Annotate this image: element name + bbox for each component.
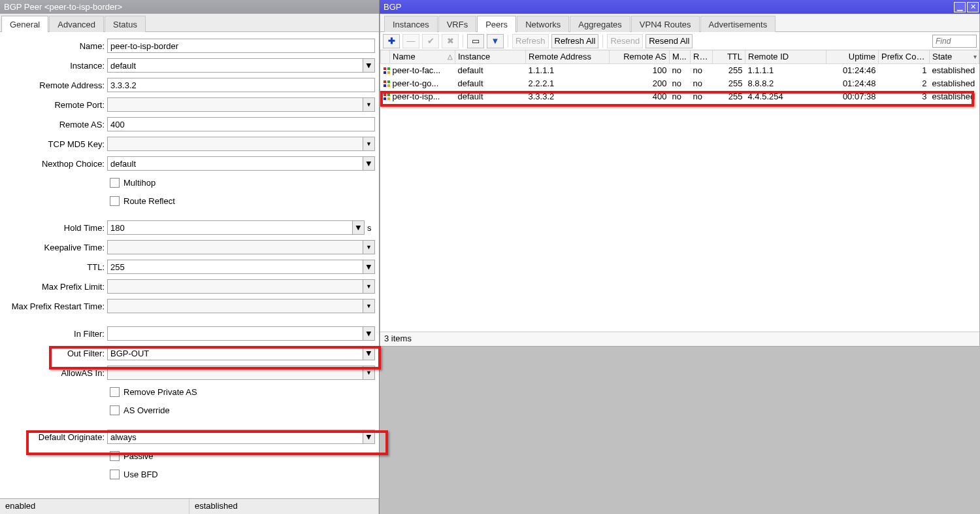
remote-port-input[interactable] — [107, 97, 363, 112]
tab-instances[interactable]: Instances — [384, 16, 438, 32]
instance-dropdown-icon[interactable] — [363, 58, 375, 73]
peer-icon — [384, 94, 390, 100]
max-prefix-restart-dropdown-icon[interactable] — [363, 299, 375, 313]
find-input[interactable] — [932, 35, 977, 48]
ttl-label: TTL: — [4, 262, 107, 272]
passive-label: Passive — [123, 451, 154, 461]
status-established: established — [189, 499, 379, 514]
hold-time-input[interactable] — [107, 220, 353, 235]
col-remote-address[interactable]: Remote Address — [526, 50, 610, 63]
tab-general[interactable]: General — [1, 16, 48, 32]
instance-label: Instance: — [4, 61, 107, 71]
resend-button[interactable]: Resend — [607, 34, 643, 48]
col-prefix-count[interactable]: Prefix Count — [879, 50, 930, 63]
out-filter-dropdown-icon[interactable] — [363, 346, 375, 360]
minimize-icon[interactable]: ▁ — [954, 2, 966, 12]
as-override-checkbox[interactable] — [110, 405, 120, 415]
tab-vrfs[interactable]: VRFs — [438, 16, 477, 32]
use-bfd-checkbox[interactable] — [110, 470, 120, 479]
grid-footer: 3 items — [380, 332, 979, 346]
col-state[interactable]: State▾ — [930, 50, 979, 63]
keepalive-dropdown-icon[interactable] — [363, 240, 375, 254]
default-originate-dropdown-icon[interactable] — [363, 430, 375, 444]
tab-aggregates[interactable]: Aggregates — [570, 16, 630, 32]
bgp-window: BGP ▁ ✕ Instances VRFs Peers Networks Ag… — [380, 0, 980, 514]
ttl-dropdown-icon[interactable] — [363, 260, 375, 274]
route-reflect-checkbox[interactable] — [110, 196, 120, 206]
max-prefix-restart-label: Max Prefix Restart Time: — [4, 301, 107, 311]
ttl-input[interactable] — [107, 260, 363, 274]
enable-button[interactable]: ✔ — [422, 34, 439, 48]
refresh-button[interactable]: Refresh — [512, 34, 549, 48]
nexthop-label: Nexthop Choice: — [4, 159, 107, 169]
col-remote-id[interactable]: Remote ID — [745, 50, 826, 63]
status-bar: enabled established — [0, 498, 379, 514]
in-filter-dropdown-icon[interactable] — [363, 326, 375, 341]
col-remote-as[interactable]: Remote AS — [610, 50, 670, 63]
tab-vpn4-routes[interactable]: VPN4 Routes — [631, 16, 700, 32]
passive-checkbox[interactable] — [110, 451, 120, 461]
disable-button[interactable]: ✖ — [442, 34, 459, 48]
in-filter-input[interactable] — [107, 326, 363, 341]
tcp-md5-input[interactable] — [107, 137, 363, 151]
remove-private-as-label: Remove Private AS — [123, 387, 197, 397]
col-route-reflect[interactable]: Ro... — [691, 50, 713, 63]
multihop-checkbox[interactable] — [110, 178, 120, 188]
tab-peers[interactable]: Peers — [477, 16, 516, 32]
max-prefix-restart-input[interactable] — [107, 299, 363, 313]
max-prefix-label: Max Prefix Limit: — [4, 282, 107, 292]
peers-grid[interactable]: Name△ Instance Remote Address Remote AS … — [380, 50, 979, 332]
tab-advertisements[interactable]: Advertisements — [700, 16, 776, 32]
nexthop-dropdown-icon[interactable] — [363, 156, 375, 171]
resend-all-button[interactable]: Resend All — [645, 34, 693, 48]
refresh-all-button[interactable]: Refresh All — [551, 34, 599, 48]
form-area: Name: Instance: Remote Address: R — [0, 32, 379, 498]
allowas-dropdown-icon[interactable] — [363, 366, 375, 380]
max-prefix-input[interactable] — [107, 279, 363, 294]
col-uptime[interactable]: Uptime — [826, 50, 879, 63]
out-filter-label: Out Filter: — [4, 349, 107, 358]
tab-advanced[interactable]: Advanced — [49, 16, 104, 32]
tab-status[interactable]: Status — [105, 16, 146, 32]
out-filter-input[interactable] — [107, 346, 363, 360]
name-input[interactable] — [107, 39, 375, 53]
comment-button[interactable]: ▭ — [467, 34, 484, 48]
table-row[interactable]: peer-to-isp...default3.3.3.2400nono2554.… — [381, 90, 979, 103]
route-reflect-label: Route Reflect — [123, 196, 175, 206]
default-originate-input[interactable] — [107, 430, 363, 444]
peer-icon — [384, 67, 390, 74]
remote-port-label: Remote Port: — [4, 100, 107, 110]
table-row[interactable]: peer-to-fac...default1.1.1.1100nono2551.… — [381, 63, 979, 77]
add-button[interactable]: ✚ — [383, 34, 400, 48]
col-ttl[interactable]: TTL — [713, 50, 745, 63]
col-multihop[interactable]: M... — [670, 50, 691, 63]
remote-address-input[interactable] — [107, 78, 375, 92]
remote-port-dropdown-icon[interactable] — [363, 97, 375, 112]
peer-icon — [384, 80, 390, 87]
remote-as-input[interactable] — [107, 117, 375, 131]
filter-button[interactable]: ▼ — [487, 34, 504, 48]
keepalive-label: Keepalive Time: — [4, 243, 107, 252]
as-override-label: AS Override — [123, 405, 170, 415]
grid-header[interactable]: Name△ Instance Remote Address Remote AS … — [381, 50, 979, 63]
col-instance[interactable]: Instance — [455, 50, 526, 63]
close-icon[interactable]: ✕ — [967, 2, 979, 12]
max-prefix-dropdown-icon[interactable] — [363, 279, 375, 294]
hold-time-dropdown-icon[interactable] — [353, 220, 365, 235]
tab-networks[interactable]: Networks — [517, 16, 569, 32]
tcp-md5-label: TCP MD5 Key: — [4, 139, 107, 149]
remove-private-as-checkbox[interactable] — [110, 387, 120, 397]
keepalive-input[interactable] — [107, 240, 363, 254]
default-originate-label: Default Originate: — [4, 432, 107, 442]
table-row[interactable]: peer-to-go...default2.2.2.1200nono2558.8… — [381, 77, 979, 90]
instance-input[interactable] — [107, 58, 363, 73]
bgp-window-title: BGP ▁ ✕ — [380, 0, 980, 14]
remove-button[interactable]: — — [402, 34, 419, 48]
window-title: BGP Peer <peer-to-isp-border> — [0, 0, 379, 14]
hold-time-unit: s — [367, 223, 375, 233]
allowas-input[interactable] — [107, 366, 363, 380]
allowas-label: AllowAS In: — [4, 368, 107, 378]
tcp-md5-dropdown-icon[interactable] — [363, 137, 375, 151]
nexthop-input[interactable] — [107, 156, 363, 171]
col-name[interactable]: Name△ — [390, 50, 455, 63]
